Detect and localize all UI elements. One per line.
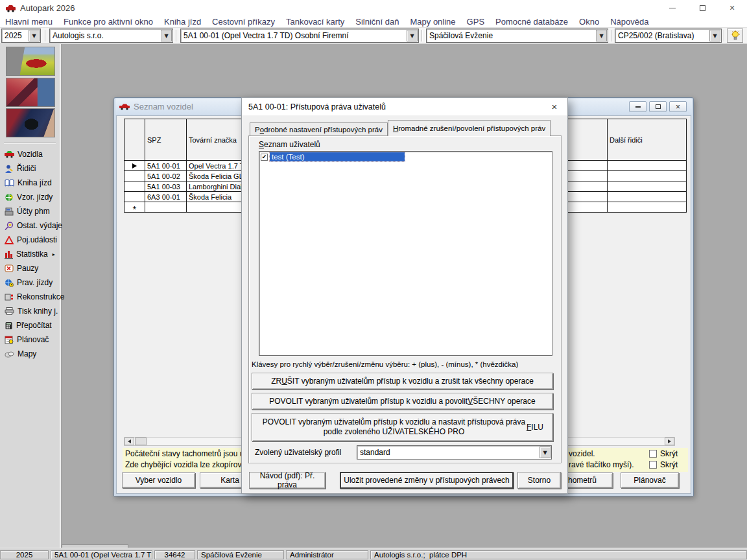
menu-mapy-online[interactable]: Mapy online (410, 17, 455, 27)
scroll-right-button[interactable] (665, 438, 674, 445)
profile-combobox[interactable]: standard ▼ (357, 445, 552, 460)
menu-hlavni-menu[interactable]: Hlavní menu (5, 17, 53, 27)
close-icon: × (552, 101, 558, 112)
maximize-button[interactable] (687, 0, 717, 16)
trip-combobox[interactable]: CP25/002 (Bratislava) ▼ (615, 29, 722, 43)
globe-clock-icon (5, 279, 14, 287)
hide-row1-checkbox[interactable]: Skrýt (649, 449, 678, 458)
sidebar-item-ucty-phm[interactable]: Účty phm (5, 205, 50, 218)
driver-combobox[interactable]: Spáčilová Evženie ▼ (426, 29, 608, 43)
manual-pdf-button[interactable]: Návod (pdf): Př. práva (249, 472, 326, 489)
other-drivers-header[interactable]: Další řidiči (608, 119, 687, 161)
child-close-button[interactable]: × (669, 101, 687, 112)
sidebar-item-vzor-jizdy[interactable]: Vzor. jízdy (5, 191, 53, 204)
sidebar-item-rekonstrukce[interactable]: Rekonstrukce (5, 290, 64, 303)
car-icon (5, 150, 14, 158)
sidebar-label: Účty phm (17, 207, 50, 216)
menu-funkce[interactable]: Funkce pro aktivní okno (64, 17, 153, 27)
profile-label: Zvolený uživatelský profil (255, 448, 341, 457)
spz-cell[interactable]: 6A3 00-01 (145, 192, 187, 202)
chevron-down-icon[interactable]: ▼ (29, 30, 40, 41)
child-minimize-button[interactable] (629, 101, 646, 112)
cancel-button[interactable]: Storno (517, 472, 561, 489)
sidebar-label: Plánovač (17, 335, 49, 344)
row-marker-cell (124, 192, 145, 202)
menu-okno[interactable]: Okno (579, 17, 599, 27)
chevron-down-icon[interactable]: ▼ (709, 30, 720, 41)
dialog-titlebar[interactable]: 5A1 00-01: Přístupová práva uživatelů × (242, 98, 567, 115)
spz-cell[interactable]: 5A1 00-02 (145, 171, 187, 181)
other-drivers-cell[interactable] (608, 161, 687, 171)
minimize-icon (669, 8, 676, 8)
menu-gps[interactable]: GPS (467, 17, 484, 27)
hide-label: Skrýt (660, 449, 678, 458)
other-drivers-cell[interactable] (608, 192, 687, 202)
company-value: Autologis s.r.o. (53, 31, 160, 40)
dialog-title: 5A1 00-01: Přístupová práva uživatelů (248, 102, 386, 111)
vehicle-combobox[interactable]: 5A1 00-01 (Opel Vectra 1.7 TD) Osobní Fi… (180, 29, 419, 43)
tab-detailed-settings[interactable]: Podrobné nastavení přístupových práv (250, 122, 388, 136)
close-button[interactable]: × (717, 0, 747, 16)
allow-all-button[interactable]: POVOLIT vybraným uživatelům přístup k vo… (252, 393, 553, 410)
allow-by-profile-button[interactable]: POVOLIT vybraným uživatelům přístup k vo… (252, 413, 553, 441)
spz-cell[interactable]: 5A1 00-03 (145, 181, 187, 192)
revoke-access-button[interactable]: ZRUŠIT vybraným uživatelům přístup k voz… (252, 373, 553, 390)
menu-tankovaci-karty[interactable]: Tankovací karty (286, 17, 344, 27)
row-marker-cell (124, 181, 145, 192)
sidebar-item-ridici[interactable]: Řidiči (5, 162, 36, 175)
app-title: Autopark 2026 (20, 3, 75, 13)
hide-label: Skrýt (660, 460, 678, 469)
chevron-down-icon[interactable]: ▼ (161, 30, 172, 41)
checkbox-icon[interactable] (649, 461, 657, 469)
company-combobox[interactable]: Autologis s.r.o. ▼ (49, 29, 173, 43)
chevron-down-icon[interactable]: ▼ (596, 30, 607, 41)
save-changes-button[interactable]: Uložit provedené změny v přístupových pr… (340, 472, 514, 489)
sidebar-item-pauzy[interactable]: Pauzy (5, 262, 38, 275)
sidebar-item-tisk-knihy[interactable]: Tisk knihy j. (5, 305, 58, 318)
menu-kniha-jizd[interactable]: Kniha jízd (164, 17, 201, 27)
sidebar-item-planovac[interactable]: Plánovač (5, 333, 49, 346)
tab-bulk-revoke-allow[interactable]: Hromadné zrušení/povolení přístupových p… (388, 120, 551, 136)
current-row-arrow-icon (132, 163, 137, 169)
tip-button[interactable] (727, 29, 743, 43)
sidebar-item-vozidla[interactable]: Vozidla (5, 148, 43, 161)
sidebar-item-statistika[interactable]: Statistika ▸ (5, 248, 55, 261)
spz-header[interactable]: SPZ (145, 119, 187, 161)
select-vehicle-button[interactable]: Vyber vozidlo (122, 472, 195, 488)
sidebar-item-prepocitat[interactable]: Přepočítat (5, 319, 52, 332)
menu-napoveda[interactable]: Nápověda (610, 17, 648, 27)
other-drivers-cell[interactable] (608, 171, 687, 181)
sidebar-label: Přepočítat (16, 321, 52, 330)
register-icon (5, 207, 14, 216)
sidebar-label: Ostat. výdaje (17, 221, 62, 230)
spz-cell[interactable] (145, 202, 187, 213)
menu-silnicni-dan[interactable]: Silniční daň (355, 17, 399, 27)
other-drivers-cell[interactable] (608, 181, 687, 192)
child-restore-button[interactable] (649, 101, 667, 112)
user-listbox[interactable]: ✔ test (Test) (259, 151, 552, 356)
menu-cestovni-prikazy[interactable]: Cestovní příkazy (212, 17, 275, 27)
sidebar-item-ostat-vydaje[interactable]: Ostat. výdaje (5, 219, 62, 232)
checkbox-icon[interactable] (649, 450, 657, 458)
chevron-down-icon[interactable]: ▼ (407, 30, 418, 41)
sidebar-label: Vzor. jízdy (17, 192, 53, 202)
main-titlebar: Autopark 2026 × (0, 0, 747, 16)
sidebar-item-prav-jizdy[interactable]: Prav. jízdy (5, 276, 53, 289)
row-marker-header[interactable] (124, 119, 145, 161)
other-drivers-cell[interactable] (608, 202, 687, 213)
year-combobox[interactable]: 2025 ▼ (1, 29, 41, 43)
sidebar-item-poj-udalosti[interactable]: Poj.události (5, 233, 57, 246)
spz-cell[interactable]: 5A1 00-01 (145, 161, 187, 171)
sidebar-item-kniha-jizd[interactable]: Kniha jízd (5, 176, 52, 189)
dialog-close-button[interactable]: × (547, 100, 562, 113)
minimize-button[interactable] (658, 0, 687, 16)
planner-button[interactable]: Plánovač (621, 472, 679, 488)
user-list-item[interactable]: ✔ test (Test) (259, 152, 552, 162)
chevron-down-icon[interactable]: ▼ (540, 447, 551, 458)
scroll-left-button[interactable] (124, 438, 134, 445)
scrollbar-thumb[interactable] (135, 438, 147, 445)
checked-checkbox-icon[interactable]: ✔ (261, 154, 268, 161)
hide-row2-checkbox[interactable]: Skrýt (649, 460, 678, 469)
sidebar-item-mapy[interactable]: Mapy (5, 347, 36, 360)
menu-pomocne-databaze[interactable]: Pomocné databáze (495, 17, 568, 27)
